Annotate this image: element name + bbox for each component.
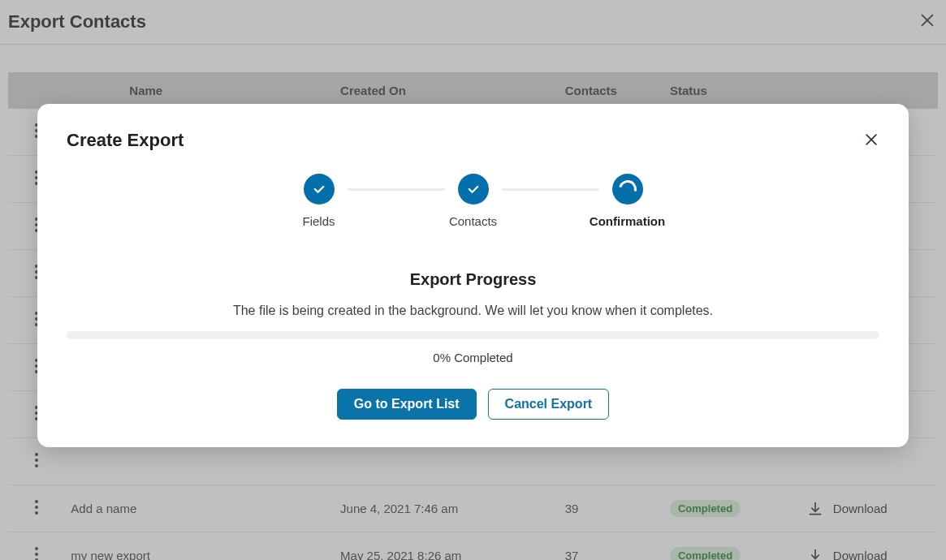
modal-header: Create Export — [67, 130, 879, 151]
step-label: Contacts — [449, 214, 497, 228]
step-connector — [502, 188, 599, 191]
progress-title: Export Progress — [67, 270, 879, 289]
progress-bar — [67, 331, 879, 339]
step-label: Fields — [302, 214, 335, 228]
check-icon — [458, 174, 489, 205]
create-export-modal: Create Export Fields Contacts Confirmati… — [37, 104, 909, 447]
step-contacts: Contacts — [437, 174, 510, 228]
go-to-export-list-button[interactable]: Go to Export List — [337, 389, 477, 420]
progress-percent-text: 0% Completed — [67, 351, 879, 364]
check-icon — [304, 174, 335, 205]
wizard-stepper: Fields Contacts Confirmation — [67, 174, 879, 228]
step-label: Confirmation — [590, 214, 665, 228]
step-confirmation: Confirmation — [591, 174, 664, 228]
cancel-export-button[interactable]: Cancel Export — [488, 389, 610, 420]
step-fields: Fields — [283, 174, 356, 228]
step-connector — [348, 188, 445, 191]
spinner-icon — [612, 174, 643, 205]
progress-description: The file is being created in the backgro… — [67, 304, 879, 318]
close-icon[interactable] — [863, 131, 879, 151]
modal-title: Create Export — [67, 130, 184, 151]
modal-actions: Go to Export List Cancel Export — [67, 389, 879, 420]
export-progress-section: Export Progress The file is being create… — [67, 270, 879, 364]
